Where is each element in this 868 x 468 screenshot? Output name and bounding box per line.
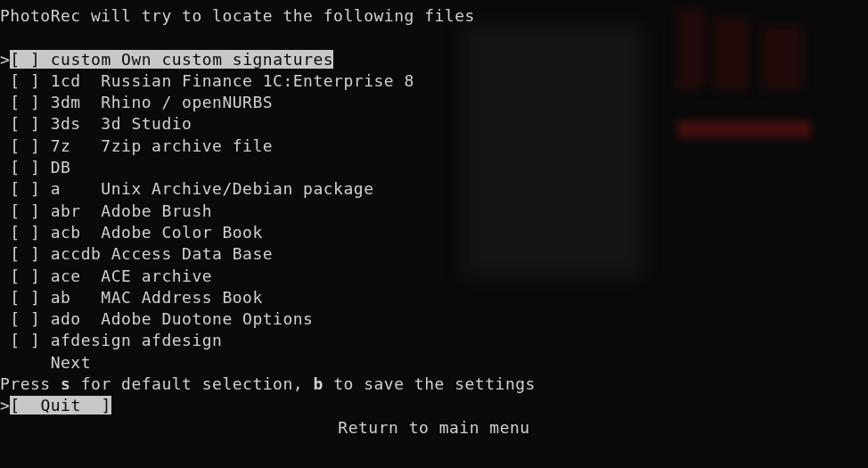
cursor-indicator: > — [0, 396, 10, 415]
help-key-s: s — [61, 374, 70, 393]
file-type-row[interactable]: [ ] afdesign afdesign — [0, 330, 868, 351]
file-type-row[interactable]: [ ] 3ds 3d Studio — [0, 113, 868, 135]
footer-text: Return to main menu — [0, 417, 868, 439]
file-type-row[interactable]: [ ] ace ACE archive — [0, 266, 868, 287]
file-type-row[interactable]: [ ] acb Adobe Color Book — [0, 222, 868, 243]
file-type-row[interactable]: [ ] accdb Access Data Base — [0, 243, 868, 265]
file-type-row[interactable]: [ ] abr Adobe Brush — [0, 201, 868, 222]
help-key-b: b — [313, 374, 323, 393]
desc-label: Own custom signatures — [121, 50, 333, 69]
help-text: Press s for default selection, b to save… — [0, 374, 868, 395]
file-type-row[interactable]: [ ] a Unix Archive/Debian package — [0, 178, 868, 200]
next-label: Next — [51, 353, 91, 372]
quit-label: Quit — [40, 396, 80, 415]
spacer — [0, 27, 868, 48]
next-row[interactable]: Next — [0, 352, 868, 374]
file-type-row[interactable]: [ ] 7z 7zip archive file — [0, 135, 868, 157]
file-type-row[interactable]: [ ] 1cd Russian Finance 1C:Enterprise 8 — [0, 70, 868, 92]
file-type-row[interactable]: [ ] DB — [0, 157, 868, 178]
cursor-indicator: > — [0, 50, 10, 69]
file-type-row-selected[interactable]: >[ ] custom Own custom signatures — [0, 49, 868, 70]
ext-label: custom — [51, 50, 111, 69]
file-type-row[interactable]: [ ] ado Adobe Duotone Options — [0, 308, 868, 330]
quit-row[interactable]: >[ Quit ] — [0, 395, 868, 416]
file-type-row[interactable]: [ ] 3dm Rhino / openNURBS — [0, 92, 868, 113]
file-type-row[interactable]: [ ] ab MAC Address Book — [0, 287, 868, 308]
header-text: PhotoRec will try to locate the followin… — [0, 5, 868, 27]
